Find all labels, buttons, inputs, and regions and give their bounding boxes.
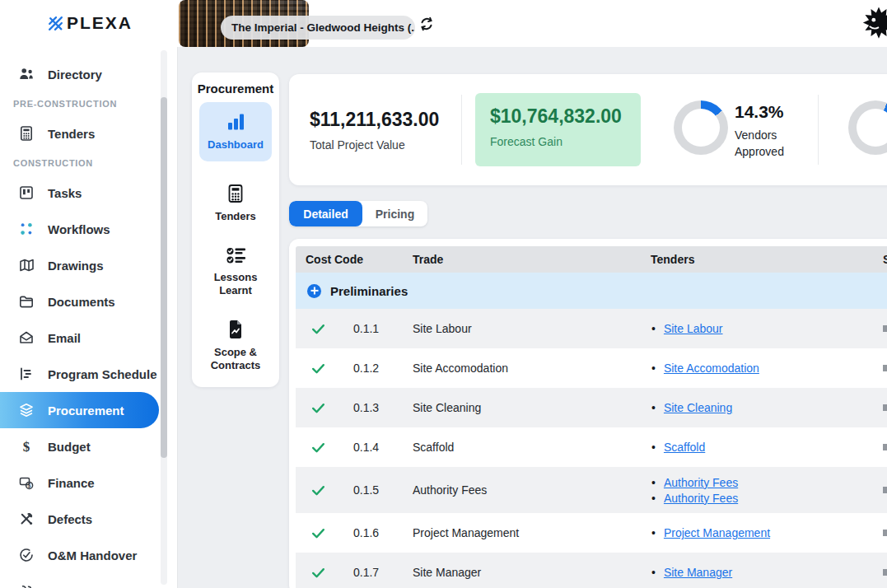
forecast-gain-stat: $10,764,832.00 Forecast Gain [475,93,641,166]
table-row: 0.1.1 Site Labour Site Labour [296,309,887,348]
total-project-value-stat: $11,211,633.00 Total Project Value [310,74,439,185]
panel-title: Procurement [192,82,279,96]
sidebar-item-directory[interactable]: Directory [0,56,177,92]
column-header-clipped: S [883,253,887,266]
partial-icon [18,583,35,588]
cost-code-cell: 0.1.2 [353,362,413,375]
brand-logo[interactable]: PLEXA [47,13,133,33]
tender-link[interactable]: Scaffold [664,441,705,454]
sidebar-item-documents[interactable]: Documents [0,283,177,320]
sidebar-item-label: Finance [48,476,95,490]
panel-item-label: Dashboard [199,138,272,152]
cost-code-table: Cost Code Trade Tenders S Preliminaries … [296,246,887,588]
sidebar-item-procurement[interactable]: Procurement [0,392,159,428]
sidebar-item-label: Directory [48,68,102,82]
sidebar-item-label: Budget [48,440,91,454]
panel-item-tenders[interactable]: Tenders [199,183,272,223]
group-row-preliminaries[interactable]: Preliminaries [296,273,887,309]
sidebar-item-label: Documents [48,295,115,309]
approved-check-icon [310,400,326,416]
calculator-icon [225,183,246,204]
trade-cell: Project Management [413,526,651,539]
sidebar-section-pre-construction: PRE-CONSTRUCTION [0,92,177,115]
approved-check-icon [310,440,326,455]
clipped-donut [848,100,887,155]
plexa-logo-icon [47,15,64,32]
panel-item-lessons-learnt[interactable]: Lessons Learnt [199,245,272,298]
svg-text:$: $ [23,439,30,455]
map-icon [18,257,35,273]
total-project-value: $11,211,633.00 [310,109,439,131]
tender-link[interactable]: Project Management [664,526,770,539]
sidebar-item-workflows[interactable]: Workflows [0,211,177,247]
sidebar-item-label: O&M Handover [48,548,137,562]
approved-check-icon [310,565,326,581]
tender-link[interactable]: Site Manager [664,566,732,579]
table-row: 0.1.3 Site Cleaning Site Cleaning [296,388,887,427]
trade-cell: Site Accomodation [413,362,651,375]
column-header-cost-code: Cost Code [296,253,413,266]
panel-item-label: Lessons Learnt [199,271,272,298]
refresh-icon[interactable] [418,16,435,32]
money-icon: $ [18,474,35,491]
tab-detailed[interactable]: Detailed [289,201,362,226]
envelope-icon [18,329,35,346]
tender-link[interactable]: Site Accomodation [664,362,759,375]
sidebar-item-partial[interactable] [0,573,177,588]
sidebar-item-label: Email [48,331,81,345]
cost-code-cell: 0.1.5 [353,483,413,497]
table-row: 0.1.6 Project Management Project Managem… [296,513,887,553]
project-selector[interactable]: The Imperial - Gledwood Heights (... [179,0,442,47]
sidebar-item-finance[interactable]: $ Finance [0,464,177,501]
sidebar-item-program-schedule[interactable]: Program Schedule [0,356,177,392]
sidebar-item-drawings[interactable]: Drawings [0,247,177,283]
group-label: Preliminaries [330,284,408,298]
sidebar-item-email[interactable]: Email [0,320,177,356]
approved-check-icon [310,525,326,541]
stats-divider [461,95,462,165]
panel-item-label: Scope & Contracts [199,346,272,373]
sidebar-item-budget[interactable]: $ Budget [0,428,177,464]
table-row: 0.1.4 Scaffold Scaffold [296,427,887,467]
tab-pricing[interactable]: Pricing [362,201,427,226]
sidebar-scrollbar-thumb[interactable] [161,97,167,458]
tenders-cell: Scaffold [651,436,887,459]
sidebar: Directory PRE-CONSTRUCTION Tenders CONST… [0,47,178,588]
sidebar-item-tasks[interactable]: Tasks [0,175,177,211]
table-row: 0.1.2 Site Accomodation Site Accomodatio… [296,348,887,388]
cost-code-cell: 0.1.1 [353,322,413,335]
brand-name: PLEXA [67,13,133,33]
sidebar-item-om-handover[interactable]: O&M Handover [0,537,177,573]
table-row: 0.1.5 Authority Fees Authority Fees Auth… [296,467,887,513]
folder-icon [18,293,35,310]
panel-item-label: Tenders [199,210,272,223]
sidebar-item-tenders[interactable]: Tenders [0,115,177,152]
view-tabs: Detailed Pricing [289,201,427,226]
tender-link[interactable]: Site Cleaning [664,401,732,414]
people-icon [18,66,35,82]
sidebar-item-label: Tasks [48,186,82,200]
layers-icon [18,402,35,418]
project-name-pill[interactable]: The Imperial - Gledwood Heights (... [221,16,415,40]
sidebar-item-label: Tenders [48,127,95,141]
sidebar-item-label: Drawings [48,259,104,273]
svg-text:$: $ [28,483,31,489]
tender-link[interactable]: Site Labour [664,322,723,335]
total-project-value-label: Total Project Value [310,138,439,152]
panel-item-scope-contracts[interactable]: Scope & Contracts [199,319,272,373]
table-row: 0.1.7 Site Manager Site Manager [296,553,887,588]
tender-link[interactable]: Authority Fees [664,492,738,505]
tender-link[interactable]: Authority Fees [664,476,738,489]
panel-item-dashboard[interactable]: Dashboard [199,102,272,161]
kanban-icon [18,184,35,201]
column-header-trade: Trade [413,253,651,266]
expand-group-button[interactable] [307,284,321,298]
sidebar-item-defects[interactable]: Defects [0,501,177,537]
sidebar-section-construction: CONSTRUCTION [0,152,177,175]
vendors-approved-stat: 14.3% Vendors Approved [735,102,810,160]
cost-code-cell: 0.1.4 [353,441,413,454]
check-circle-icon [18,547,35,563]
checklist-icon [225,245,247,265]
procurement-panel: Procurement Dashboard Tenders [192,72,279,387]
forecast-gain-value: $10,764,832.00 [490,105,641,128]
